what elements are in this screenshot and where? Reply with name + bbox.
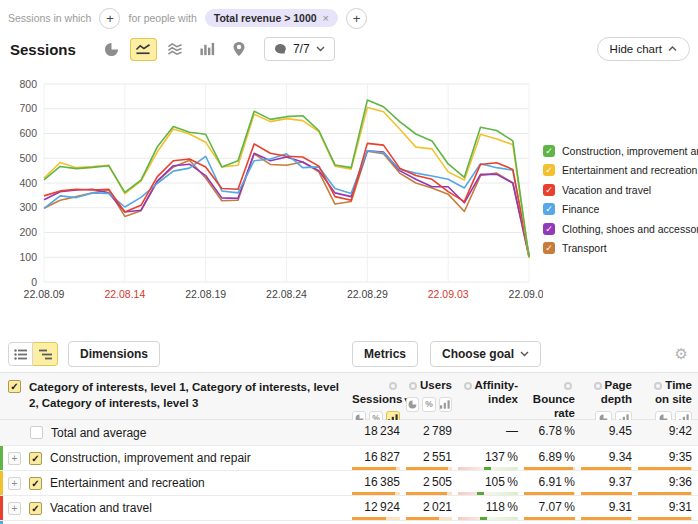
legend-label: Transport: [562, 242, 607, 254]
metric-value-cell: 12 924: [352, 496, 406, 520]
value-bar-fill: [406, 492, 447, 495]
legend-checkbox-icon[interactable]: ✓: [543, 223, 555, 235]
expand-row-button[interactable]: +: [8, 452, 21, 465]
table-row[interactable]: +✓Construction, improvement and repair16…: [0, 446, 698, 471]
metric-value-cell: 9.34: [581, 446, 638, 470]
table-settings-gear-icon[interactable]: ⚙: [675, 345, 688, 363]
filter-chip-label: Total revenue > 1000: [214, 12, 317, 24]
x-axis-tick-label: 22.08.09: [24, 288, 65, 300]
table-row[interactable]: +✓Vacation and travel12 9242 021118 %7.0…: [0, 496, 698, 521]
table-header: ✓ Category of interests, level 1, Catego…: [0, 372, 698, 420]
value-bar: [638, 517, 692, 520]
dimensions-button[interactable]: Dimensions: [68, 341, 160, 367]
list-view-button[interactable]: [8, 342, 33, 366]
value-bar: [352, 467, 400, 470]
metric-value-cell: 18 234: [352, 420, 406, 445]
legend-item[interactable]: ✓Entertainment and recreation: [543, 161, 695, 181]
metric-circle-icon[interactable]: [654, 382, 662, 390]
row-checkbox[interactable]: [30, 426, 43, 439]
metric-value: 16 827: [352, 450, 400, 464]
legend-item[interactable]: ✓Transport: [543, 239, 695, 259]
x-axis-tick-label: 22.09.03: [428, 288, 469, 300]
legend-checkbox-icon[interactable]: ✓: [543, 164, 555, 176]
metric-value: 9.31: [581, 500, 632, 514]
legend-item[interactable]: ✓Vacation and travel: [543, 180, 695, 200]
percent-toggle-button[interactable]: %: [422, 397, 435, 412]
stacked-area-chart-type-button[interactable]: [162, 38, 189, 61]
metric-circle-icon[interactable]: [564, 382, 572, 390]
metric-value-cell: 9:42: [638, 420, 698, 445]
metric-value: 16 385: [352, 475, 400, 489]
value-bar-fill: [581, 492, 632, 495]
row-color-stripe: [0, 496, 3, 520]
chevron-down-icon: [316, 46, 325, 52]
donut-toggle-button[interactable]: [406, 397, 419, 412]
legend-item[interactable]: ✓Construction, improvement and repair: [543, 141, 695, 161]
dimension-header-checkbox[interactable]: ✓: [8, 380, 21, 393]
chevron-up-icon: [668, 46, 677, 52]
metric-circle-icon[interactable]: [389, 382, 397, 390]
legend-checkbox-icon[interactable]: ✓: [543, 184, 555, 196]
metric-value-cell: 9:35: [638, 446, 698, 470]
metric-value-cell: —: [458, 420, 524, 445]
expand-row-button[interactable]: +: [8, 477, 21, 490]
affinity-bar: [458, 492, 518, 495]
metric-circle-icon[interactable]: [464, 382, 472, 390]
metrics-button[interactable]: Metrics: [352, 341, 418, 367]
table-row[interactable]: Total and average18 2342 789—6.78 %9.459…: [0, 420, 698, 446]
affinity-marker: [477, 492, 484, 495]
column-header-label: Page depth: [601, 379, 632, 405]
remove-filter-icon[interactable]: ×: [323, 12, 329, 24]
table-row[interactable]: +✓Entertainment and recreation16 3852 50…: [0, 471, 698, 496]
metric-circle-icon[interactable]: [409, 382, 417, 390]
metric-value: 2 789: [406, 424, 452, 438]
choose-goal-button[interactable]: Choose goal: [430, 341, 541, 367]
legend-item[interactable]: ✓Finance: [543, 200, 695, 220]
y-axis-tick-label: 400: [19, 177, 37, 189]
row-checkbox[interactable]: ✓: [29, 477, 42, 490]
value-bar: [406, 517, 452, 520]
metric-value-cell: 7.07 %: [524, 496, 581, 520]
map-chart-type-button[interactable]: [226, 38, 253, 61]
affinity-marker: [484, 467, 491, 470]
legend-checkbox-icon[interactable]: ✓: [543, 242, 555, 254]
pie-chart-type-button[interactable]: [98, 38, 125, 61]
value-bar: [638, 492, 692, 495]
dimension-cell: +✓Construction, improvement and repair: [0, 446, 352, 470]
row-checkbox[interactable]: ✓: [29, 452, 42, 465]
legend-checkbox-icon[interactable]: ✓: [543, 203, 555, 215]
value-bar-fill: [352, 492, 395, 495]
annotations-dropdown-button[interactable]: 7/7: [264, 37, 335, 61]
legend-item[interactable]: ✓Clothing, shoes and accessories: [543, 219, 695, 239]
metric-circle-icon[interactable]: [594, 382, 602, 390]
x-axis-tick-label: 22.08.24: [266, 288, 307, 300]
column-chart-type-button[interactable]: [194, 38, 221, 61]
metric-value-cell: 137 %: [458, 446, 524, 470]
legend-checkbox-icon[interactable]: ✓: [543, 145, 555, 157]
row-checkbox[interactable]: ✓: [29, 502, 42, 515]
sessions-line-chart[interactable]: 010020030040050060070080022.08.0922.08.1…: [0, 72, 543, 310]
filter-chip-total-revenue[interactable]: Total revenue > 1000 ×: [205, 9, 338, 27]
segment-filter-bar: Sessions in which + for people with Tota…: [8, 6, 367, 30]
add-people-condition-button[interactable]: +: [346, 8, 367, 29]
metric-value-cell: 105 %: [458, 471, 524, 495]
add-session-condition-button[interactable]: +: [99, 8, 120, 29]
hide-chart-button[interactable]: Hide chart: [597, 37, 690, 61]
stacked-area-chart-icon: [167, 42, 183, 57]
tree-view-icon: [39, 349, 52, 360]
row-label: Construction, improvement and repair: [50, 451, 251, 465]
column-chart-icon: [199, 42, 215, 57]
bars-toggle-button[interactable]: [439, 397, 452, 412]
tree-view-button[interactable]: [33, 342, 58, 366]
line-chart-type-button[interactable]: [130, 38, 157, 61]
expand-row-button[interactable]: +: [8, 502, 21, 515]
metric-value: 12 924: [352, 500, 400, 514]
metric-value-cell: 118 %: [458, 496, 524, 520]
value-bar: [638, 467, 692, 470]
metric-value: 18 234: [352, 424, 400, 438]
dimension-header-label: Category of interests, level 1, Category…: [29, 380, 344, 411]
value-bar: [524, 467, 575, 470]
column-header-label: Bounce rate: [533, 393, 575, 419]
row-label: Entertainment and recreation: [50, 476, 205, 490]
metric-value: 6.89 %: [524, 450, 575, 464]
